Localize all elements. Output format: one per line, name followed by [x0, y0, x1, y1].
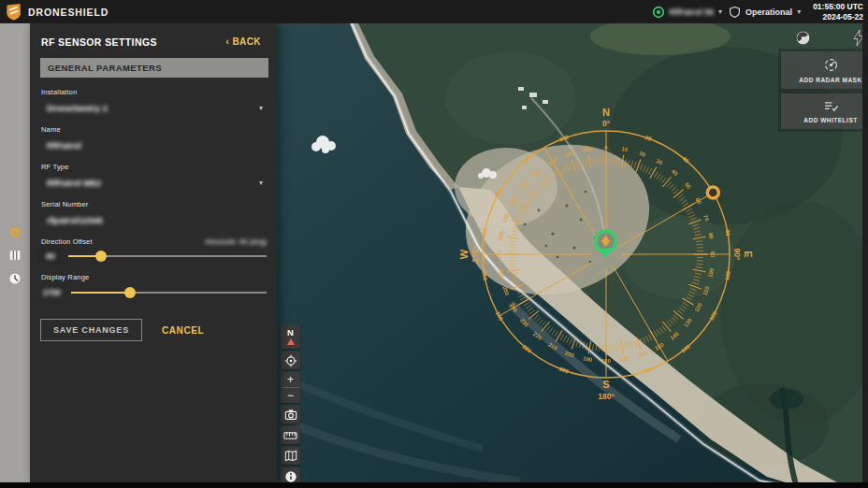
zoom-controls: + − [281, 372, 300, 403]
name-field: Name RfPatrol [40, 125, 268, 152]
add-radar-mask-button[interactable]: ADD RADAR MASK [781, 51, 868, 89]
radar-fan-icon[interactable] [795, 30, 811, 50]
chevron-down-icon: ▾ [718, 7, 722, 16]
svg-text:260: 260 [498, 267, 505, 279]
svg-text:280: 280 [481, 227, 488, 238]
map-layers-button[interactable] [281, 447, 300, 465]
screenshot-camera-button[interactable] [281, 406, 300, 423]
satellite-map[interactable]: 0102030405060708090100110120130140150160… [277, 23, 868, 482]
display-range-slider[interactable] [71, 286, 268, 299]
svg-text:10: 10 [621, 146, 629, 152]
compass-north-button[interactable]: N [281, 324, 300, 349]
svg-text:70: 70 [702, 214, 710, 222]
cardinal-degree: 270° [470, 246, 480, 263]
svg-text:0: 0 [604, 145, 608, 151]
locate-button[interactable] [281, 352, 300, 369]
chevron-down-icon: ▾ [797, 7, 801, 16]
installation-dropdown[interactable]: DroneSentry 2 ▾ [40, 101, 268, 115]
cardinal-degree: 180° [598, 392, 615, 401]
name-label: Name [41, 125, 268, 134]
direction-offset-field: Direction Offset Absolute: 60 (deg) 60 [40, 237, 268, 263]
svg-text:280: 280 [498, 230, 505, 241]
svg-text:260: 260 [481, 270, 488, 281]
measure-ruler-button[interactable] [281, 426, 300, 444]
display-range-field: Display Range 2750 [40, 273, 268, 299]
svg-text:200: 200 [564, 351, 575, 359]
north-label: N [287, 328, 294, 337]
svg-text:40: 40 [671, 168, 679, 177]
zoom-in-button[interactable]: + [281, 372, 300, 387]
svg-text:80: 80 [724, 229, 731, 237]
back-button[interactable]: ‹ BACK [221, 36, 267, 48]
svg-text:240: 240 [495, 310, 505, 322]
status-selector[interactable]: Operational ▾ [729, 6, 801, 19]
direction-offset-handle[interactable] [707, 187, 718, 198]
direction-offset-slider-row: 60 [40, 250, 268, 263]
svg-text:210: 210 [547, 342, 558, 352]
display-range-value: 2750 [40, 286, 64, 299]
map-book-icon[interactable] [7, 248, 22, 263]
svg-text:200: 200 [558, 366, 570, 375]
svg-text:120: 120 [708, 310, 718, 322]
svg-text:90: 90 [710, 251, 716, 258]
svg-text:230: 230 [519, 318, 529, 329]
slider-fill [71, 292, 130, 294]
svg-text:310: 310 [519, 179, 529, 191]
installation-label: Installation [41, 88, 268, 96]
add-whitelist-button[interactable]: ADD WHITELIST [781, 93, 868, 129]
svg-text:300: 300 [509, 195, 519, 207]
history-clock-icon[interactable] [7, 271, 22, 286]
save-changes-button[interactable]: SAVE CHANGES [40, 319, 142, 341]
cardinal-letter: N [602, 107, 610, 118]
map-controls: N + − [281, 324, 300, 482]
device-label: RfPatrol 06 [670, 7, 715, 17]
svg-text:350: 350 [583, 146, 594, 153]
svg-text:270: 270 [497, 249, 502, 259]
panel-title: RF SENSOR SETTINGS [41, 36, 157, 48]
serial-number-field: Serial Number rfpatrol12345 [40, 200, 268, 227]
name-input[interactable]: RfPatrol [40, 138, 268, 152]
slider-thumb[interactable] [124, 287, 136, 298]
rf-type-field: RF Type RfPatrol Mk2 ▾ [40, 163, 268, 190]
direction-offset-slider[interactable] [68, 250, 268, 263]
section-header-general-parameters: GENERAL PARAMETERS [40, 58, 268, 78]
map-overlay-actions: ADD RADAR MASK ADD WHITELIST [778, 49, 868, 132]
svg-text:240: 240 [509, 302, 519, 313]
svg-text:340: 340 [558, 134, 570, 142]
serial-number-label: Serial Number [41, 200, 268, 208]
settings-gear-icon[interactable] [7, 224, 22, 239]
topbar-right: RfPatrol 06 ▾ Operational ▾ 01:55:00 UTC… [652, 2, 868, 22]
cardinal-letter: S [602, 379, 609, 390]
zoom-out-button[interactable]: − [281, 387, 300, 403]
chevron-left-icon: ‹ [226, 36, 230, 47]
app-logo [6, 3, 22, 21]
slider-thumb[interactable] [95, 251, 107, 262]
back-label: BACK [233, 36, 262, 47]
display-range-slider-row: 2750 [40, 286, 268, 299]
cancel-button[interactable]: CANCEL [156, 324, 210, 337]
device-selector[interactable]: RfPatrol 06 ▾ [652, 6, 723, 19]
clock-time: 01:55:00 UTC [813, 2, 863, 12]
status-label: Operational [745, 7, 792, 17]
collapsed-right-panel-edge[interactable] [862, 23, 868, 482]
name-value: RfPatrol [47, 140, 81, 151]
left-nav-rail [0, 23, 30, 482]
add-radar-mask-label: ADD RADAR MASK [799, 77, 861, 83]
panel-header: RF SENSOR SETTINGS ‹ BACK [40, 36, 268, 48]
chevron-down-icon: ▾ [259, 104, 263, 112]
cardinal-letter: W [458, 249, 470, 259]
shield-outline-icon [729, 6, 741, 19]
svg-text:340: 340 [564, 150, 575, 158]
svg-text:20: 20 [639, 151, 647, 158]
svg-text:160: 160 [637, 350, 648, 358]
top-bar: DRONESHIELD RfPatrol 06 ▾ Operational ▾ … [0, 0, 868, 23]
serial-number-input[interactable]: rfpatrol12345 [40, 213, 268, 227]
info-button[interactable] [281, 467, 300, 482]
svg-text:250: 250 [501, 285, 510, 296]
svg-text:300: 300 [495, 187, 505, 198]
rf-type-dropdown[interactable]: RfPatrol Mk2 ▾ [40, 176, 268, 190]
svg-text:220: 220 [532, 331, 543, 341]
direction-offset-label: Direction Offset [41, 237, 93, 246]
svg-text:30: 30 [656, 158, 664, 166]
svg-text:130: 130 [683, 317, 693, 328]
